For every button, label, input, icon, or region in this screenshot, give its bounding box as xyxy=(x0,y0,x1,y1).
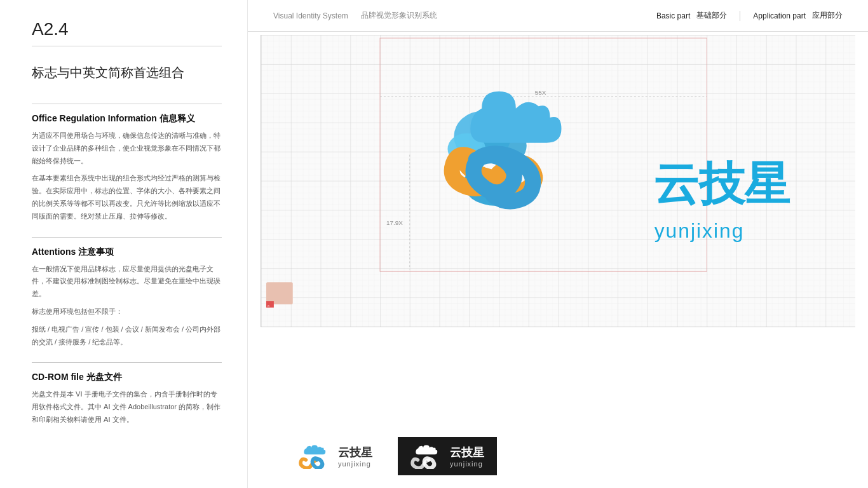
bottom-logos: 云技星 yunjixing 云技星 yunjixing xyxy=(261,424,855,482)
svg-text:55X: 55X xyxy=(535,89,546,96)
logo-cn-white: 云技星 xyxy=(338,445,372,460)
page-title: 标志与中英文简称首选组合 xyxy=(32,63,222,82)
vi-title: Visual Identity System xyxy=(273,11,348,20)
chart-area: 50x 45x 40x 35x 30x 25x 20x 15x 10x 5x 0… xyxy=(261,35,855,424)
divider-3 xyxy=(32,362,222,363)
section1-para1: 为适应不同使用场合与环境，确保信息传达的清晰与准确，特设计了企业品牌的多种组合，… xyxy=(32,130,222,167)
section1-para2: 在基本要素组合系统中出现的组合形式均经过严格的测算与检验。在实际应用中，标志的位… xyxy=(32,172,222,222)
app-part-cn-label: 应用部分 xyxy=(812,10,843,21)
basic-part-label: Basic part xyxy=(656,11,690,20)
logo-en-white: yunjixing xyxy=(338,460,372,468)
page-number: A2.4 xyxy=(32,19,222,46)
app-part-label: Application part xyxy=(753,11,806,20)
header-left: Visual Identity System 品牌视觉形象识别系统 xyxy=(273,10,437,21)
logo-cloud-black xyxy=(410,444,442,469)
header-right: Basic part 基础部分 Application part 应用部分 xyxy=(656,10,843,21)
section2-para1: 在一般情况下使用品牌标志，应尽量使用提供的光盘电子文件，不建议使用标准制图绘制标… xyxy=(32,263,222,301)
page: A2.4 标志与中英文简称首选组合 Office Regulation Info… xyxy=(0,0,868,488)
main-content: 50x 45x 40x 35x 30x 25x 20x 15x 10x 5x 0… xyxy=(248,32,868,488)
logo-cloud-white xyxy=(299,444,330,469)
logo-black-bg: 云技星 yunjixing xyxy=(398,437,497,475)
cn-title: 品牌视觉形象识别系统 xyxy=(361,10,437,21)
svg-text:云技星: 云技星 xyxy=(653,158,791,209)
logo-cn-black: 云技星 xyxy=(450,445,484,460)
right-panel: Visual Identity System 品牌视觉形象识别系统 Basic … xyxy=(248,0,868,488)
section1-heading: Office Regulation Information 信息释义 xyxy=(32,113,222,125)
section2-heading: Attentions 注意事项 xyxy=(32,247,222,258)
divider-2 xyxy=(32,237,222,238)
svg-text:yunjixing: yunjixing xyxy=(654,219,745,242)
section2-para2: 标志使用环境包括但不限于： xyxy=(32,306,222,318)
header-separator xyxy=(740,11,740,21)
grid-svg: 50x 45x 40x 35x 30x 25x 20x 15x 10x 5x 0… xyxy=(261,35,855,327)
section2-para3: 报纸 / 电视广告 / 宣传 / 包装 / 会议 / 新闻发布会 / 公司内外部… xyxy=(32,323,222,349)
logo-white-bg: 云技星 yunjixing xyxy=(286,437,385,475)
logo-text-group-black: 云技星 yunjixing xyxy=(450,445,484,468)
left-panel: A2.4 标志与中英文简称首选组合 Office Regulation Info… xyxy=(0,0,248,488)
divider-1 xyxy=(32,104,222,104)
svg-rect-44 xyxy=(266,282,293,304)
logo-text-group-white: 云技星 yunjixing xyxy=(338,445,372,468)
logo-en-black: yunjixing xyxy=(450,460,484,468)
section3-heading: CD-ROM file 光盘文件 xyxy=(32,372,222,383)
section3-para1: 光盘文件是本 VI 手册电子文件的集合，内含手册制作时的专用软件格式文件。其中 … xyxy=(32,388,222,426)
svg-text:x: x xyxy=(268,304,269,308)
svg-text:17.9X: 17.9X xyxy=(386,219,403,226)
basic-part-cn-label: 基础部分 xyxy=(696,10,727,21)
top-header: Visual Identity System 品牌视觉形象识别系统 Basic … xyxy=(248,0,868,32)
grid-container: 50x 45x 40x 35x 30x 25x 20x 15x 10x 5x 0… xyxy=(261,35,855,327)
